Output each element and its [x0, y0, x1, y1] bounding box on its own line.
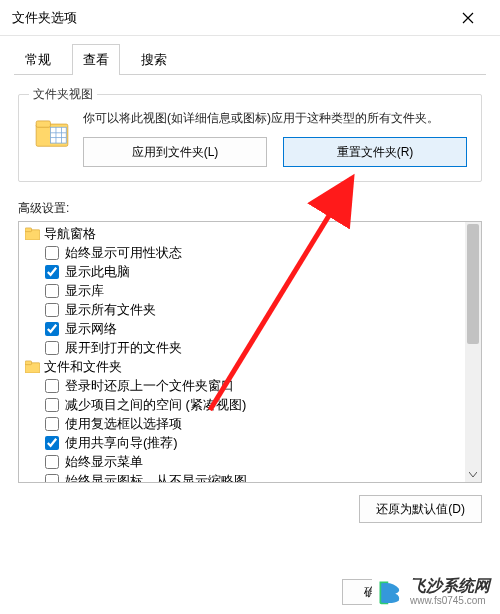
apply-to-folders-button[interactable]: 应用到文件夹(L) — [83, 137, 267, 167]
tab-strip: 常规 查看 搜索 — [0, 36, 500, 75]
tree-item[interactable]: 使用复选框以选择项 — [23, 414, 461, 433]
tree-item-checkbox[interactable] — [45, 303, 59, 317]
svg-rect-10 — [25, 361, 32, 365]
tree-item[interactable]: 显示此电脑 — [23, 262, 461, 281]
tab-general[interactable]: 常规 — [14, 44, 62, 75]
tree-item-label: 登录时还原上一个文件夹窗口 — [65, 377, 234, 395]
tree-item-label: 始终显示可用性状态 — [65, 244, 182, 262]
tree-item-label: 显示所有文件夹 — [65, 301, 156, 319]
tree-item-label: 使用共享向导(推荐) — [65, 434, 178, 452]
tree-item[interactable]: 展开到打开的文件夹 — [23, 338, 461, 357]
tree-item-label: 始终显示图标，从不显示缩略图 — [65, 472, 247, 483]
tree-item[interactable]: 显示库 — [23, 281, 461, 300]
watermark-icon — [376, 578, 404, 606]
folder-view-group-label: 文件夹视图 — [29, 86, 97, 103]
tree-item-label: 减少项目之间的空间 (紧凑视图) — [65, 396, 246, 414]
watermark: 飞沙系统网 www.fs0745.com — [372, 575, 494, 608]
reset-folders-button[interactable]: 重置文件夹(R) — [283, 137, 467, 167]
tree-item[interactable]: 使用共享向导(推荐) — [23, 433, 461, 452]
tree-item-checkbox[interactable] — [45, 474, 59, 483]
tree-item-label: 显示库 — [65, 282, 104, 300]
tree-item[interactable]: 始终显示可用性状态 — [23, 243, 461, 262]
svg-rect-2 — [50, 127, 66, 143]
advanced-settings-tree: 导航窗格始终显示可用性状态显示此电脑显示库显示所有文件夹显示网络展开到打开的文件… — [18, 221, 482, 483]
tree-item-label: 展开到打开的文件夹 — [65, 339, 182, 357]
tree-item-checkbox[interactable] — [45, 284, 59, 298]
tree-item-label: 使用复选框以选择项 — [65, 415, 182, 433]
tree-item-checkbox[interactable] — [45, 455, 59, 469]
close-icon — [462, 12, 474, 24]
tree-item-checkbox[interactable] — [45, 322, 59, 336]
tree-item[interactable]: 始终显示菜单 — [23, 452, 461, 471]
svg-rect-8 — [25, 228, 32, 232]
folder-small-icon — [25, 227, 40, 240]
tree-item-label: 始终显示菜单 — [65, 453, 143, 471]
tab-search[interactable]: 搜索 — [130, 44, 178, 75]
folder-small-icon — [25, 360, 40, 373]
folder-view-description: 你可以将此视图(如详细信息或图标)应用于这种类型的所有文件夹。 — [83, 109, 467, 127]
close-button[interactable] — [448, 2, 488, 34]
svg-rect-1 — [36, 121, 50, 127]
tree-item-checkbox[interactable] — [45, 379, 59, 393]
tree-category-label: 文件和文件夹 — [44, 358, 122, 376]
tree-category: 导航窗格 — [23, 224, 461, 243]
tree-item-checkbox[interactable] — [45, 398, 59, 412]
tree-item-checkbox[interactable] — [45, 436, 59, 450]
chevron-down-icon — [469, 472, 477, 478]
tree-item[interactable]: 显示所有文件夹 — [23, 300, 461, 319]
tab-content: 文件夹视图 你可以将此视图(如详细信息或图标)应用于这种类型的所有文件夹。 应用… — [0, 76, 500, 529]
tree-item[interactable]: 减少项目之间的空间 (紧凑视图) — [23, 395, 461, 414]
tree-item-label: 显示网络 — [65, 320, 117, 338]
folder-view-group: 文件夹视图 你可以将此视图(如详细信息或图标)应用于这种类型的所有文件夹。 应用… — [18, 94, 482, 182]
tree-item-checkbox[interactable] — [45, 417, 59, 431]
restore-defaults-button[interactable]: 还原为默认值(D) — [359, 495, 482, 523]
watermark-title: 飞沙系统网 — [410, 577, 490, 595]
tree-item-checkbox[interactable] — [45, 341, 59, 355]
tree-category: 文件和文件夹 — [23, 357, 461, 376]
folder-icon — [33, 113, 71, 151]
tree-item[interactable]: 始终显示图标，从不显示缩略图 — [23, 471, 461, 482]
tree-category-label: 导航窗格 — [44, 225, 96, 243]
tab-view[interactable]: 查看 — [72, 44, 120, 75]
tree-item-checkbox[interactable] — [45, 265, 59, 279]
titlebar: 文件夹选项 — [0, 0, 500, 36]
tree-item-label: 显示此电脑 — [65, 263, 130, 281]
tree-item[interactable]: 登录时还原上一个文件夹窗口 — [23, 376, 461, 395]
window-title: 文件夹选项 — [12, 9, 448, 27]
tree-item[interactable]: 显示网络 — [23, 319, 461, 338]
watermark-url: www.fs0745.com — [410, 595, 490, 606]
tree-item-checkbox[interactable] — [45, 246, 59, 260]
scrollbar[interactable] — [465, 222, 481, 482]
advanced-settings-label: 高级设置: — [18, 200, 482, 217]
scrollbar-thumb[interactable] — [467, 224, 479, 344]
scroll-down-arrow[interactable] — [465, 468, 481, 482]
